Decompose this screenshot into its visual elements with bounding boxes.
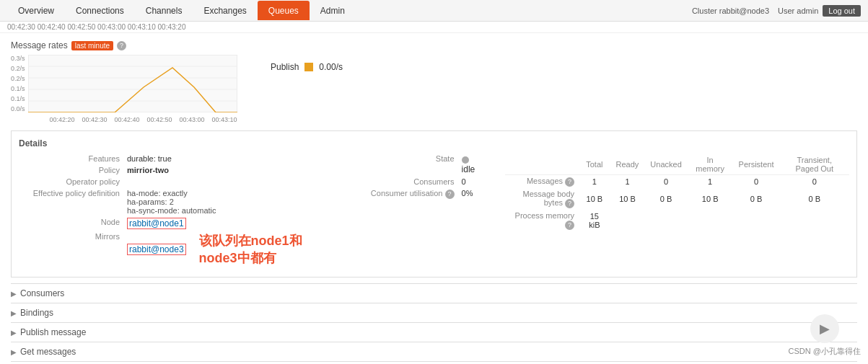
col-header-transient: Transient, Paged Out xyxy=(779,154,849,175)
col-header-ready: Ready xyxy=(610,154,645,175)
table-row: Process memory ? 15 kiB xyxy=(505,210,849,231)
node-row: Node rabbit@node1 xyxy=(19,218,339,229)
chart-section: 0.3/s 0.2/s 0.2/s 0.1/s 0.1/s 0.0/s xyxy=(11,55,857,123)
consumers-key: Consumers xyxy=(354,177,462,186)
body-in-memory: 10 B xyxy=(688,188,733,210)
operator-policy-row: Operator policy xyxy=(19,177,339,186)
watermark: ▶ CSDN @小孔靠得住 xyxy=(789,314,861,357)
get-messages-triangle: ▶ xyxy=(11,348,17,356)
move-messages-section[interactable]: ▶ Move messages xyxy=(11,361,857,364)
node-val[interactable]: rabbit@node1 xyxy=(127,218,186,229)
tab-overview[interactable]: Overview xyxy=(7,1,65,20)
col-header-in-memory: In memory xyxy=(688,154,733,175)
policy-row: Policy mirrior-two xyxy=(19,166,339,174)
messages-help-icon[interactable]: ? xyxy=(565,177,574,187)
top-right-info: Cluster rabbit@node3 User admin Log out xyxy=(692,5,861,17)
state-key: State xyxy=(354,154,462,163)
details-middle: State idle Consumers 0 Consumer utilisat… xyxy=(354,154,483,270)
publish-section-label: Publish message xyxy=(20,327,86,337)
node-key: Node xyxy=(19,218,127,226)
messages-in-memory: 1 xyxy=(688,175,733,189)
effective-policy-row: Effective policy definition ha-mode: exa… xyxy=(19,189,339,215)
table-header-row: Total Ready Unacked In memory Persistent… xyxy=(505,154,849,175)
messages-persistent: 0 xyxy=(733,175,780,189)
bindings-section-label: Bindings xyxy=(20,308,53,318)
state-val: idle xyxy=(462,154,483,174)
messages-total: 1 xyxy=(579,175,610,189)
details-content: Features durable: true Policy mirrior-tw… xyxy=(19,154,849,270)
tab-exchanges[interactable]: Exchanges xyxy=(193,1,257,20)
col-header-unacked: Unacked xyxy=(644,154,687,175)
last-minute-badge[interactable]: last minute xyxy=(71,41,113,50)
ha-sync-mode: ha-sync-mode: automatic xyxy=(127,206,216,215)
body-bytes-help-icon[interactable]: ? xyxy=(565,199,574,208)
consumers-triangle: ▶ xyxy=(11,290,17,298)
table-row: Messages ? 1 1 0 1 0 0 xyxy=(505,175,849,189)
watermark-icon: ▶ xyxy=(810,314,839,343)
consumer-util-row: Consumer utilisation ? 0% xyxy=(354,189,483,199)
consumers-section-label: Consumers xyxy=(20,288,64,298)
consumers-section[interactable]: ▶ Consumers xyxy=(11,283,857,303)
chart-svg: 00:42:20 00:42:30 00:42:40 00:42:50 00:4… xyxy=(28,55,237,123)
messages-unacked: 0 xyxy=(644,175,687,189)
effective-policy-val: ha-mode: exactly ha-params: 2 ha-sync-mo… xyxy=(127,189,216,215)
consumer-util-help-icon[interactable]: ? xyxy=(445,190,455,199)
annotation-text: 该队列在node1和node3中都有 xyxy=(199,232,339,267)
consumer-util-key: Consumer utilisation ? xyxy=(354,189,462,199)
process-memory-persistent xyxy=(733,210,780,231)
process-memory-row-label: Process memory ? xyxy=(505,210,579,231)
col-header-label xyxy=(505,154,579,175)
message-rates-help-icon[interactable]: ? xyxy=(117,41,126,50)
chart-x-labels: 00:42:20 00:42:30 00:42:40 00:42:50 00:4… xyxy=(28,116,237,123)
details-box: Details Features durable: true Policy mi… xyxy=(11,130,857,278)
mirror-node-link[interactable]: rabbit@node3 xyxy=(127,244,186,255)
effective-policy-key: Effective policy definition xyxy=(19,189,127,197)
policy-key: Policy xyxy=(19,166,127,174)
chart-inner: 0.3/s 0.2/s 0.2/s 0.1/s 0.1/s 0.0/s xyxy=(11,55,242,123)
process-memory-help-icon[interactable]: ? xyxy=(565,221,574,230)
consumer-util-val: 0% xyxy=(462,189,473,197)
legend-dot xyxy=(304,63,313,71)
cluster-name: Cluster rabbit@node3 xyxy=(692,6,769,15)
bindings-section[interactable]: ▶ Bindings xyxy=(11,303,857,322)
logout-button[interactable]: Log out xyxy=(823,5,861,17)
publish-triangle: ▶ xyxy=(11,329,17,337)
state-row: State idle xyxy=(354,154,483,174)
tab-admin[interactable]: Admin xyxy=(310,1,356,20)
mirrors-key: Mirrors xyxy=(19,232,127,241)
process-memory-ready xyxy=(610,210,645,231)
process-memory-transient xyxy=(779,210,849,231)
process-memory-unacked xyxy=(644,210,687,231)
user-info: User admin xyxy=(778,6,818,15)
tab-channels[interactable]: Channels xyxy=(135,1,193,20)
features-row: Features durable: true xyxy=(19,154,339,163)
line-chart xyxy=(28,55,237,112)
tab-connections[interactable]: Connections xyxy=(65,1,135,20)
consumers-val: 0 xyxy=(462,177,466,186)
details-title: Details xyxy=(19,138,849,148)
publish-message-section[interactable]: ▶ Publish message xyxy=(11,322,857,342)
publish-value: 0.00/s xyxy=(319,62,343,72)
state-dot xyxy=(462,156,469,164)
nav-tabs: Overview Connections Channels Exchanges … xyxy=(7,1,356,20)
ha-params: ha-params: 2 xyxy=(127,197,216,206)
top-nav: Overview Connections Channels Exchanges … xyxy=(0,0,868,22)
mirrors-val: rabbit@node3 该队列在node1和node3中都有 xyxy=(127,232,339,267)
messages-ready: 1 xyxy=(610,175,645,189)
operator-policy-key: Operator policy xyxy=(19,177,127,186)
col-header-total: Total xyxy=(579,154,610,175)
features-val: durable: true xyxy=(127,154,172,163)
get-messages-section[interactable]: ▶ Get messages xyxy=(11,342,857,361)
get-messages-section-label: Get messages xyxy=(20,347,76,357)
body-bytes-row-label: Message body bytes ? xyxy=(505,188,579,210)
tab-queues[interactable]: Queues xyxy=(258,1,310,20)
process-memory-in-memory xyxy=(688,210,733,231)
table-row: Message body bytes ? 10 B 10 B 0 B 10 B … xyxy=(505,188,849,210)
chart-y-labels: 0.3/s 0.2/s 0.2/s 0.1/s 0.1/s 0.0/s xyxy=(11,55,28,112)
body-transient: 0 B xyxy=(779,188,849,210)
bindings-triangle: ▶ xyxy=(11,309,17,317)
consumers-row: Consumers 0 xyxy=(354,177,483,186)
policy-val[interactable]: mirrior-two xyxy=(127,166,169,174)
col-header-persistent: Persistent xyxy=(733,154,780,175)
ha-mode: ha-mode: exactly xyxy=(127,189,216,197)
